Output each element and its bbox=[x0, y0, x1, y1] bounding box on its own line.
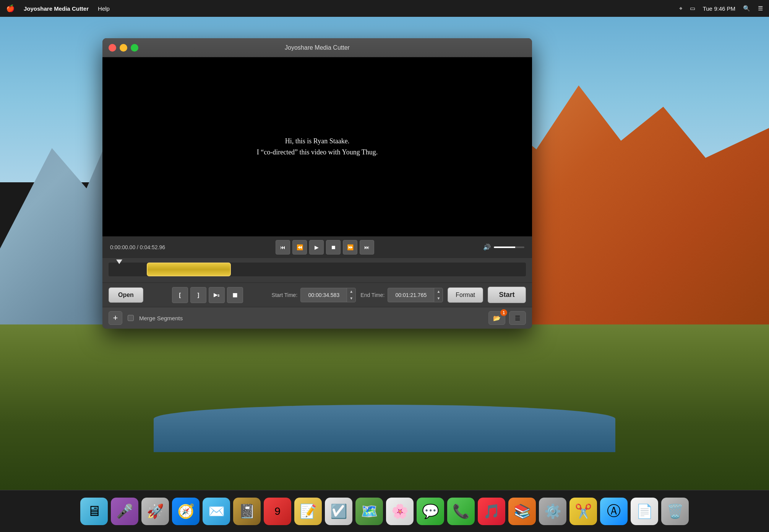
maps-icon: 🗺️ bbox=[361, 503, 378, 519]
dock-item-launchpad[interactable]: 🚀 bbox=[141, 498, 169, 525]
appstore-icon: Ⓐ bbox=[607, 502, 621, 521]
close-button[interactable] bbox=[109, 44, 116, 52]
photos-icon: 🌸 bbox=[391, 503, 409, 519]
dock-item-calendar[interactable]: 9 bbox=[264, 498, 291, 525]
launchpad-icon: 🚀 bbox=[147, 503, 164, 519]
merge-checkbox[interactable] bbox=[128, 315, 134, 321]
minimize-button[interactable] bbox=[120, 44, 127, 52]
timeline-track[interactable] bbox=[109, 263, 526, 276]
window-title: Joyoshare Media Cutter bbox=[285, 44, 350, 51]
set-end-marker-button[interactable]: ] bbox=[190, 287, 206, 303]
dock-item-appstore[interactable]: Ⓐ bbox=[600, 498, 628, 525]
video-subtitle: Hi, this is Ryan Staake. I “co-directed”… bbox=[257, 136, 378, 158]
dock-item-reminders[interactable]: ☑️ bbox=[325, 498, 352, 525]
trash-icon: 🗑️ bbox=[667, 503, 684, 519]
menubar: 🍎 Joyoshare Media Cutter Help ⌖ ▭ Tue 9:… bbox=[0, 0, 769, 17]
step-forward-button[interactable]: ⏩ bbox=[343, 240, 357, 255]
end-time-down[interactable]: ▼ bbox=[434, 295, 443, 302]
timeline-area[interactable] bbox=[102, 258, 532, 282]
play-button[interactable]: ▶ bbox=[309, 240, 324, 255]
format-button[interactable]: Format bbox=[448, 287, 483, 303]
timeline-selection-handle[interactable] bbox=[147, 263, 231, 276]
joyoshare-icon: ✂️ bbox=[575, 503, 592, 519]
dock-item-safari[interactable]: 🧭 bbox=[172, 498, 200, 525]
start-time-input[interactable] bbox=[301, 289, 347, 301]
stop-button[interactable]: ⏹ bbox=[326, 240, 341, 255]
menubar-right: ⌖ ▭ Tue 9:46 PM 🔍 ☰ bbox=[679, 5, 763, 12]
set-start-marker-button[interactable]: [ bbox=[172, 287, 188, 303]
dock-item-siri[interactable]: 🎤 bbox=[111, 498, 138, 525]
marker-buttons: [ ] ▶₂ ◼ bbox=[172, 287, 243, 303]
video-player[interactable]: Hi, this is Ryan Staake. I “co-directed”… bbox=[102, 57, 532, 236]
segments-view-button[interactable]: ☰ bbox=[509, 311, 526, 325]
mail-icon: ✉️ bbox=[208, 503, 225, 519]
segments-list-icon: 📂 bbox=[493, 315, 501, 322]
segments-badge: 1 bbox=[500, 309, 507, 316]
start-time-label: Start Time: bbox=[272, 292, 298, 298]
titlebar: Joyoshare Media Cutter bbox=[102, 38, 532, 57]
playback-controls-bar: 0:00:00.00 / 0:04:52.96 ⏮ ⏪ ▶ ⏹ ⏩ ⏭ 🔊 bbox=[102, 236, 532, 258]
start-button[interactable]: Start bbox=[488, 287, 526, 303]
window-controls bbox=[109, 44, 138, 52]
menubar-help[interactable]: Help bbox=[98, 5, 110, 12]
notes-icon: 📝 bbox=[300, 503, 317, 519]
gear-icon: ⚙️ bbox=[544, 503, 561, 519]
finder-icon: 🖥 bbox=[87, 503, 101, 519]
dock-item-books[interactable]: 📚 bbox=[508, 498, 536, 525]
phone-icon: 📞 bbox=[453, 503, 470, 519]
dock-item-maps[interactable]: 🗺️ bbox=[355, 498, 383, 525]
merge-label: Merge Segments bbox=[139, 315, 183, 321]
end-time-input[interactable] bbox=[388, 289, 434, 301]
apple-menu-icon[interactable]: 🍎 bbox=[6, 4, 15, 13]
playback-buttons: ⏮ ⏪ ▶ ⏹ ⏩ ⏭ bbox=[179, 240, 471, 255]
start-time-up[interactable]: ▲ bbox=[347, 288, 355, 295]
contacts-icon: 📓 bbox=[238, 503, 256, 519]
edit-controls: Open [ ] ▶₂ ◼ Start Time: ▲ ▼ End Time: bbox=[102, 282, 532, 307]
frame-back-button[interactable]: ⏮ bbox=[276, 240, 290, 255]
maximize-button[interactable] bbox=[131, 44, 138, 52]
segments-bar: + Merge Segments 📂 1 ☰ bbox=[102, 307, 532, 329]
calendar-icon: 9 bbox=[274, 505, 281, 517]
segments-list-button[interactable]: 📂 1 bbox=[488, 311, 505, 325]
dock-item-joyoshare[interactable]: ✂️ bbox=[569, 498, 597, 525]
messages-icon: 💬 bbox=[422, 503, 439, 519]
dock-item-music[interactable]: 🎵 bbox=[478, 498, 505, 525]
dock-item-trash[interactable]: 🗑️ bbox=[661, 498, 689, 525]
safari-icon: 🧭 bbox=[177, 503, 195, 519]
dock-item-system-prefs[interactable]: ⚙️ bbox=[539, 498, 566, 525]
dock-item-photos[interactable]: 🌸 bbox=[386, 498, 414, 525]
menubar-list-icon[interactable]: ☰ bbox=[758, 5, 763, 12]
segments-view-icon: ☰ bbox=[515, 315, 520, 322]
end-time-input-wrap[interactable]: ▲ ▼ bbox=[388, 288, 443, 302]
preview-segment-button[interactable]: ▶₂ bbox=[209, 287, 225, 303]
frame-forward-button[interactable]: ⏭ bbox=[360, 240, 374, 255]
start-time-down[interactable]: ▼ bbox=[347, 295, 355, 302]
volume-slider[interactable] bbox=[494, 247, 524, 248]
document-icon: 📄 bbox=[636, 503, 653, 519]
dock-item-document[interactable]: 📄 bbox=[631, 498, 658, 525]
dock-item-mail[interactable]: ✉️ bbox=[203, 498, 230, 525]
menubar-airplay-icon[interactable]: ▭ bbox=[690, 5, 695, 12]
end-time-label: End Time: bbox=[360, 292, 384, 298]
step-back-button[interactable]: ⏪ bbox=[292, 240, 307, 255]
segments-right-buttons: 📂 1 ☰ bbox=[488, 311, 526, 325]
add-segment-button[interactable]: + bbox=[109, 311, 122, 325]
end-time-spinner: ▲ ▼ bbox=[434, 288, 443, 302]
start-time-input-wrap[interactable]: ▲ ▼ bbox=[300, 288, 356, 302]
timeline-needle bbox=[116, 260, 122, 264]
open-button[interactable]: Open bbox=[109, 287, 143, 303]
menubar-cursor-icon: ⌖ bbox=[679, 5, 682, 12]
clear-segment-button[interactable]: ◼ bbox=[227, 287, 243, 303]
siri-icon: 🎤 bbox=[116, 503, 133, 519]
end-time-up[interactable]: ▲ bbox=[434, 288, 443, 295]
time-display: 0:00:00.00 / 0:04:52.96 bbox=[110, 244, 179, 250]
menubar-search-icon[interactable]: 🔍 bbox=[743, 5, 750, 12]
dock-item-notes[interactable]: 📝 bbox=[294, 498, 322, 525]
dock-item-messages[interactable]: 💬 bbox=[417, 498, 444, 525]
dock: 🖥 🎤 🚀 🧭 ✉️ 📓 9 📝 ☑️ 🗺️ 🌸 💬 📞 🎵 📚 ⚙️ bbox=[0, 490, 769, 532]
volume-icon: 🔊 bbox=[483, 243, 491, 251]
dock-item-phone[interactable]: 📞 bbox=[447, 498, 475, 525]
menubar-app-name[interactable]: Joyoshare Media Cutter bbox=[24, 5, 89, 12]
dock-item-contacts[interactable]: 📓 bbox=[233, 498, 261, 525]
dock-item-finder[interactable]: 🖥 bbox=[80, 498, 108, 525]
